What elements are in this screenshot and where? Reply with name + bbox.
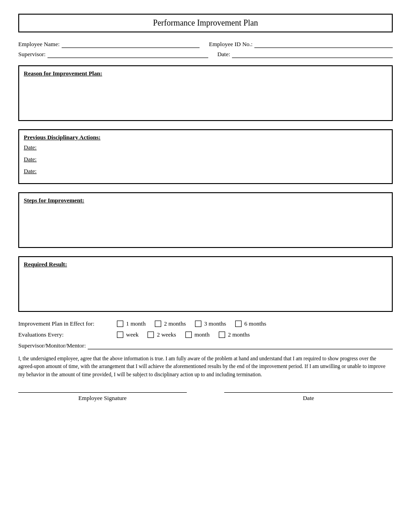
date-line-2: Date:: [24, 156, 387, 163]
checkbox-1month[interactable]: [117, 321, 123, 327]
header-row-2: Supervisor: Date:: [18, 51, 393, 58]
eval-option-week[interactable]: week: [117, 331, 138, 338]
date-signature-block: Date: [224, 392, 393, 402]
date-signature-label: Date: [303, 395, 314, 402]
agreement-text: I, the undersigned employee, agree that …: [18, 355, 393, 379]
reason-section: Reason for Improvement Plan:: [18, 65, 393, 121]
label-2weeks: 2 weeks: [157, 331, 176, 338]
label-1month: 1 month: [126, 320, 146, 327]
employee-name-input[interactable]: [62, 41, 200, 48]
effect-option-1-month[interactable]: 1 month: [117, 320, 146, 327]
steps-section: Steps for Improvement:: [18, 192, 393, 248]
label-week: week: [126, 331, 138, 338]
label-3months: 3 months: [204, 320, 226, 327]
date-line-3: Date:: [24, 168, 387, 175]
label-2months: 2 months: [164, 320, 186, 327]
disciplinary-title: Previous Disciplinary Actions:: [24, 134, 387, 141]
supervisor-monitor-label: Supervisor/Monitor/Mentor:: [18, 342, 86, 349]
employee-signature-label: Employee Signature: [79, 395, 127, 402]
date-label: Date:: [217, 51, 230, 58]
effect-label: Improvement Plan in Effect for:: [18, 320, 110, 327]
checkbox-month[interactable]: [185, 332, 192, 338]
employee-signature-line[interactable]: [18, 392, 187, 393]
page-title: Performance Improvement Plan: [153, 18, 258, 27]
employee-id-label: Employee ID No.:: [209, 41, 253, 48]
checkbox-eval-2months[interactable]: [219, 332, 225, 338]
supervisor-monitor-input[interactable]: [88, 342, 393, 349]
employee-id-input[interactable]: [254, 41, 393, 48]
date-signature-line[interactable]: [224, 392, 393, 393]
result-section: Required Result:: [18, 256, 393, 312]
eval-option-2-weeks[interactable]: 2 weeks: [148, 331, 176, 338]
supervisor-monitor-row: Supervisor/Monitor/Mentor:: [18, 342, 393, 349]
steps-body[interactable]: [24, 207, 387, 243]
label-6months: 6 months: [244, 320, 266, 327]
checkbox-3months[interactable]: [195, 321, 201, 327]
date-input[interactable]: [232, 51, 393, 58]
signature-row: Employee Signature Date: [18, 392, 393, 402]
date-line-1: Date:: [24, 144, 387, 151]
result-body[interactable]: [24, 271, 387, 307]
employee-name-label: Employee Name:: [18, 41, 60, 48]
effect-row: Improvement Plan in Effect for: 1 month …: [18, 320, 393, 327]
eval-option-2-months[interactable]: 2 months: [219, 331, 250, 338]
supervisor-input[interactable]: [47, 51, 208, 58]
result-title: Required Result:: [24, 261, 387, 268]
eval-option-month[interactable]: month: [185, 331, 210, 338]
disciplinary-section: Previous Disciplinary Actions: Date: Dat…: [18, 129, 393, 184]
checkbox-2months[interactable]: [155, 321, 161, 327]
employee-signature-block: Employee Signature: [18, 392, 187, 402]
effect-option-2-months[interactable]: 2 months: [155, 320, 186, 327]
steps-title: Steps for Improvement:: [24, 197, 387, 204]
header-fields: Employee Name: Employee ID No.: Supervis…: [18, 41, 393, 58]
reason-title: Reason for Improvement Plan:: [24, 70, 387, 77]
label-eval-2months: 2 months: [228, 331, 250, 338]
header-row-1: Employee Name: Employee ID No.:: [18, 41, 393, 48]
label-month: month: [195, 331, 210, 338]
page-title-box: Performance Improvement Plan: [18, 14, 393, 32]
disciplinary-dates: Date: Date: Date:: [24, 144, 387, 175]
checkbox-2weeks[interactable]: [148, 332, 154, 338]
supervisor-label: Supervisor:: [18, 51, 46, 58]
effect-option-6-months[interactable]: 6 months: [235, 320, 266, 327]
effect-option-3-months[interactable]: 3 months: [195, 320, 226, 327]
evaluations-row: Evaluations Every: week 2 weeks month 2 …: [18, 331, 393, 338]
checkbox-week[interactable]: [117, 332, 123, 338]
checkbox-6months[interactable]: [235, 321, 242, 327]
evaluations-label: Evaluations Every:: [18, 331, 110, 338]
reason-body[interactable]: [24, 80, 387, 116]
